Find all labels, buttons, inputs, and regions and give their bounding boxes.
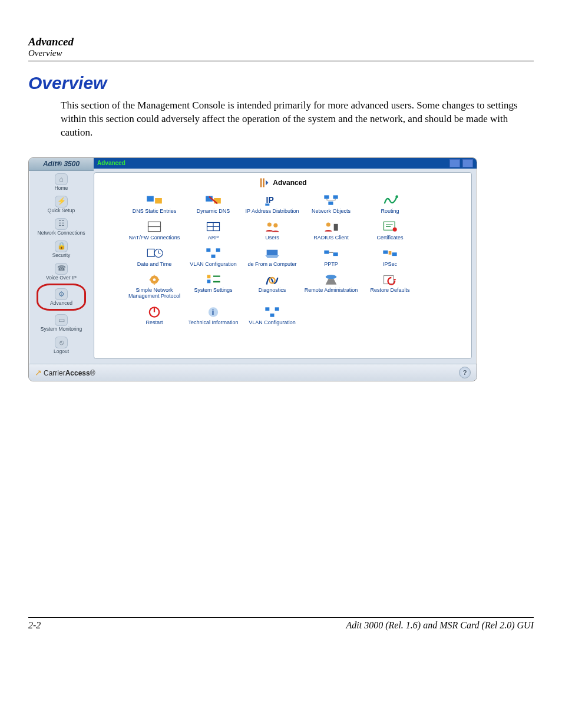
network-icon: ☷ xyxy=(55,218,68,230)
clock-icon xyxy=(146,247,163,260)
help-button[interactable]: ? xyxy=(459,367,471,378)
grid-vlan-config[interactable]: VLAN Configuration xyxy=(184,247,243,268)
svg-rect-31 xyxy=(392,252,397,256)
grid-label: Simple Network Management Protocol xyxy=(125,288,184,299)
svg-rect-7 xyxy=(333,196,338,199)
grid-system-settings[interactable]: System Settings xyxy=(184,273,243,299)
doc-title-footer: Adit 3000 (Rel. 1.6) and MSR Card (Rel 2… xyxy=(346,620,534,631)
svg-rect-28 xyxy=(324,251,329,254)
nav-security[interactable]: 🔒 Security xyxy=(29,238,94,261)
grid-label: IPSec xyxy=(361,262,419,268)
grid-users[interactable]: Users xyxy=(243,220,302,241)
svg-rect-29 xyxy=(333,252,338,256)
users-icon xyxy=(264,220,280,233)
natfw-icon xyxy=(146,220,163,233)
svg-rect-10 xyxy=(148,222,161,227)
grid-dynamic-dns[interactable]: Dynamic DNS xyxy=(184,194,243,215)
section-heading: Overview xyxy=(28,73,534,93)
grid-from-computer[interactable]: de From a Computer xyxy=(243,247,302,268)
svg-rect-46 xyxy=(270,314,275,317)
lock-icon: 🔒 xyxy=(55,241,68,252)
grid-radius[interactable]: RADIUS Client xyxy=(302,220,361,241)
nav-network-connections[interactable]: ☷ Network Connections xyxy=(29,216,94,238)
nav-advanced[interactable]: ⚙ Advanced xyxy=(38,286,84,308)
svg-rect-11 xyxy=(148,227,161,232)
radius-icon xyxy=(323,220,339,233)
svg-rect-32 xyxy=(389,251,392,255)
ipsec-icon xyxy=(382,247,398,260)
grid-remote-admin[interactable]: Remote Administration xyxy=(302,273,361,299)
grid-pptp[interactable]: PPTP xyxy=(302,247,361,268)
grid-label: Remote Administration xyxy=(302,288,361,294)
page-footer: 2-2 Adit 3000 (Rel. 1.6) and MSR Card (R… xyxy=(28,617,534,631)
restart-icon xyxy=(146,305,163,318)
app-footer: ↗CarrierAccess® ? xyxy=(29,364,477,381)
grid-arp[interactable]: ARP xyxy=(184,220,243,241)
sidebar: Adit® 3500 ⌂ Home ⚡ Quick Setup ☷ Networ… xyxy=(29,158,94,364)
settings-icon xyxy=(205,273,222,286)
nav-quick-setup[interactable]: ⚡ Quick Setup xyxy=(29,193,94,216)
panel-title: Advanced xyxy=(101,177,464,188)
tools-icon: ⚙ xyxy=(55,288,68,300)
highlight-circle: ⚙ Advanced xyxy=(37,284,86,311)
vlan-icon xyxy=(264,305,280,318)
nav-system-monitoring[interactable]: ▭ System Monitoring xyxy=(29,312,94,334)
grid-ip-distribution[interactable]: IP IP Address Distribution xyxy=(243,194,302,215)
svg-rect-35 xyxy=(207,275,211,278)
grid-restart[interactable]: Restart xyxy=(125,305,184,326)
grid-natfw[interactable]: NAT/FW Connections xyxy=(125,220,184,241)
grid-ipsec[interactable]: IPSec xyxy=(361,247,419,268)
svg-rect-23 xyxy=(147,249,154,257)
grid-dns-static[interactable]: DNS Static Entries xyxy=(125,194,184,215)
bolt-icon: ⚡ xyxy=(55,196,68,207)
computer-icon xyxy=(264,247,280,260)
grid-network-objects[interactable]: Network Objects xyxy=(302,194,361,215)
network-objects-icon xyxy=(323,194,339,207)
svg-rect-45 xyxy=(275,307,279,311)
section-body-text: This section of the Management Console i… xyxy=(61,99,534,140)
brand-logo: ↗CarrierAccess® xyxy=(35,368,95,377)
svg-rect-0 xyxy=(147,196,154,202)
dynamic-dns-icon xyxy=(205,194,222,207)
dns-static-icon xyxy=(146,194,163,207)
grid-certificates[interactable]: Certificates xyxy=(361,220,419,241)
breadcrumb-text: Advanced xyxy=(97,160,125,166)
device-name-tab: Adit® 3500 xyxy=(29,158,94,171)
grid-label: Restart xyxy=(125,320,184,326)
grid-vlan-config-2[interactable]: VLAN Configuration xyxy=(243,305,302,326)
grid-label: IP Address Distribution xyxy=(243,209,302,215)
grid-datetime[interactable]: Date and Time xyxy=(125,247,184,268)
swoosh-icon: ↗ xyxy=(35,368,42,377)
arp-icon xyxy=(205,220,222,233)
nav-logout[interactable]: ⎋ Logout xyxy=(29,334,94,357)
diagnostics-icon xyxy=(264,273,280,286)
svg-rect-1 xyxy=(155,198,162,203)
content-panel: Advanced DNS Static Entries Dynamic DNS xyxy=(94,172,472,359)
grid-routing[interactable]: Routing xyxy=(361,194,419,215)
grid-label: Network Objects xyxy=(302,209,361,215)
grid-diagnostics[interactable]: Diagnostics xyxy=(243,273,302,299)
grid-tech-info[interactable]: i Technical Information xyxy=(184,305,243,326)
svg-text:i: i xyxy=(212,308,214,317)
nav-home[interactable]: ⌂ Home xyxy=(29,171,94,193)
svg-rect-36 xyxy=(207,279,211,283)
nav-voip[interactable]: ☎ Voice Over IP xyxy=(29,261,94,283)
monitor-icon: ▭ xyxy=(55,314,68,326)
layout-icon[interactable] xyxy=(462,159,473,167)
advanced-icon xyxy=(259,177,269,188)
grid-label: RADIUS Client xyxy=(302,235,361,241)
grid-restore-defaults[interactable]: Restore Defaults xyxy=(361,273,419,299)
sitemap-icon[interactable] xyxy=(449,159,460,167)
grid-label: Technical Information xyxy=(184,320,243,326)
grid-snmp[interactable]: Simple Network Management Protocol xyxy=(125,273,184,299)
svg-point-22 xyxy=(393,228,397,232)
svg-point-34 xyxy=(153,278,156,281)
grid-row: Simple Network Management Protocol Syste… xyxy=(101,273,464,299)
grid-label: System Settings xyxy=(184,288,243,294)
grid-label: Certificates xyxy=(361,235,419,241)
svg-point-9 xyxy=(395,196,398,199)
nav-label: Network Connections xyxy=(29,230,94,236)
nav-label: Quick Setup xyxy=(29,208,94,213)
nav-label: System Monitoring xyxy=(29,327,94,332)
grid-label: ARP xyxy=(184,235,243,241)
